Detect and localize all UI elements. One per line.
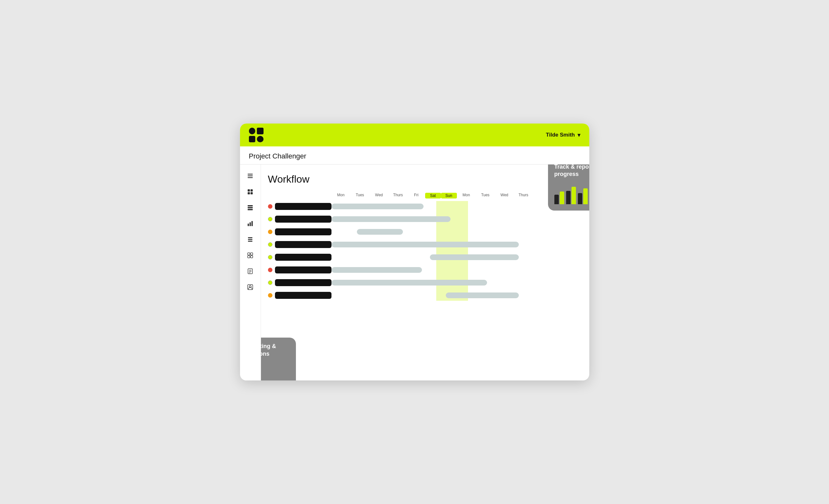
- task-label-7: [275, 279, 331, 286]
- table-icon: [247, 205, 253, 212]
- row-left-8: [268, 292, 331, 299]
- row-left-2: [268, 216, 331, 223]
- bar-3: [357, 229, 403, 235]
- day-fri-1: Fri: [408, 193, 425, 199]
- row-left-5: [268, 254, 331, 261]
- task-label-3: [275, 228, 331, 235]
- timeline-8: [331, 290, 580, 301]
- sidebar-item-grid[interactable]: [244, 186, 257, 199]
- status-dot-2: [268, 217, 273, 221]
- row-left-1: [268, 203, 331, 210]
- table-row: [268, 201, 580, 212]
- svg-rect-2: [248, 177, 253, 178]
- task-label-1: [275, 203, 331, 210]
- status-dot-3: [268, 229, 273, 234]
- svg-rect-3: [248, 189, 250, 191]
- bc-bar-dark-2: [566, 191, 571, 204]
- status-dot-7: [268, 280, 273, 285]
- bar-1: [331, 204, 424, 209]
- sidebar-item-chart[interactable]: [244, 218, 257, 230]
- day-mon-2: Mon: [457, 193, 476, 199]
- day-wed-1: Wed: [369, 193, 389, 199]
- bar-2: [331, 216, 450, 222]
- bar-5: [430, 254, 519, 260]
- day-wed-2: Wed: [495, 193, 514, 199]
- app-window: Tilde Smith ▾ Project Challenger: [240, 123, 589, 381]
- top-bar: Tilde Smith ▾: [240, 123, 589, 146]
- svg-rect-5: [248, 192, 250, 194]
- grid-icon: [247, 189, 253, 196]
- svg-rect-0: [248, 174, 253, 175]
- svg-rect-22: [249, 271, 251, 272]
- logo-dot-2: [257, 128, 263, 134]
- table-row: [268, 252, 580, 263]
- day-tues-2: Tues: [476, 193, 495, 199]
- logo-dot-1: [249, 128, 256, 134]
- svg-rect-16: [248, 253, 250, 255]
- chevron-down-icon: ▾: [578, 132, 580, 139]
- svg-rect-18: [248, 256, 250, 258]
- project-title: Project Challenger: [249, 152, 307, 160]
- day-sun: Sun: [441, 193, 457, 199]
- table-row: [268, 264, 580, 275]
- status-dot-5: [268, 255, 273, 259]
- task-label-5: [275, 254, 331, 261]
- svg-rect-17: [251, 253, 253, 255]
- svg-point-25: [249, 286, 251, 287]
- callout-track-title: Track & report progress: [554, 165, 589, 178]
- svg-rect-13: [248, 237, 252, 238]
- task-label-8: [275, 292, 331, 299]
- day-mon-1: Mon: [331, 193, 351, 199]
- main-layout: Track & report progress: [240, 165, 589, 381]
- sidebar-item-table[interactable]: [244, 202, 257, 215]
- svg-rect-23: [249, 273, 251, 273]
- person-icon: [247, 284, 253, 292]
- workflow-title: Workflow: [268, 173, 580, 185]
- svg-rect-1: [248, 175, 253, 176]
- app-logo: [249, 128, 263, 142]
- sidebar-item-doc[interactable]: [244, 234, 257, 246]
- callout-track-report: Track & report progress: [548, 165, 589, 211]
- bc-bar-dark-1: [554, 195, 559, 204]
- table-row: [268, 214, 580, 224]
- sidebar-item-person[interactable]: [244, 281, 257, 294]
- sub-header: Project Challenger: [240, 146, 589, 165]
- svg-rect-6: [251, 192, 253, 194]
- row-left-7: [268, 279, 331, 286]
- row-left-4: [268, 241, 331, 248]
- sidebar-item-widget[interactable]: [244, 250, 257, 262]
- svg-rect-15: [248, 241, 252, 242]
- task-label-6: [275, 266, 331, 274]
- list-icon: [247, 173, 254, 181]
- table-row: [268, 277, 580, 288]
- logo-dot-3: [249, 136, 256, 143]
- timeline-5: [331, 252, 580, 263]
- day-thurs-2: Thurs: [514, 193, 533, 199]
- svg-rect-7: [248, 205, 253, 207]
- report-icon: [247, 268, 253, 276]
- timeline-3: [331, 226, 580, 237]
- timeline-7: [331, 277, 580, 288]
- bar-group-3: [578, 188, 588, 204]
- timeline-6: [331, 264, 580, 275]
- day-tues-1: Tues: [351, 193, 369, 199]
- svg-rect-10: [248, 224, 249, 226]
- bar-chart: [554, 182, 589, 204]
- sidebar: [240, 165, 261, 381]
- callout-commenting-title: Commenting & notifications: [261, 343, 290, 358]
- chart-icon: [247, 220, 253, 228]
- day-sat: Sat: [425, 193, 441, 199]
- timeline-4: [331, 239, 580, 250]
- row-left-6: [268, 266, 331, 274]
- bar-group-1: [554, 191, 564, 204]
- status-dot-4: [268, 242, 273, 247]
- task-label-2: [275, 216, 331, 223]
- gantt-area: Mon Tues Wed Thurs Fri Sat Sun Mon Tues …: [268, 193, 580, 301]
- sidebar-item-list[interactable]: [244, 170, 257, 183]
- user-menu[interactable]: Tilde Smith ▾: [546, 132, 580, 139]
- status-dot-1: [268, 204, 273, 209]
- sidebar-item-report[interactable]: [244, 265, 257, 278]
- widget-icon: [247, 252, 253, 260]
- svg-rect-21: [249, 270, 251, 271]
- row-left-3: [268, 228, 331, 235]
